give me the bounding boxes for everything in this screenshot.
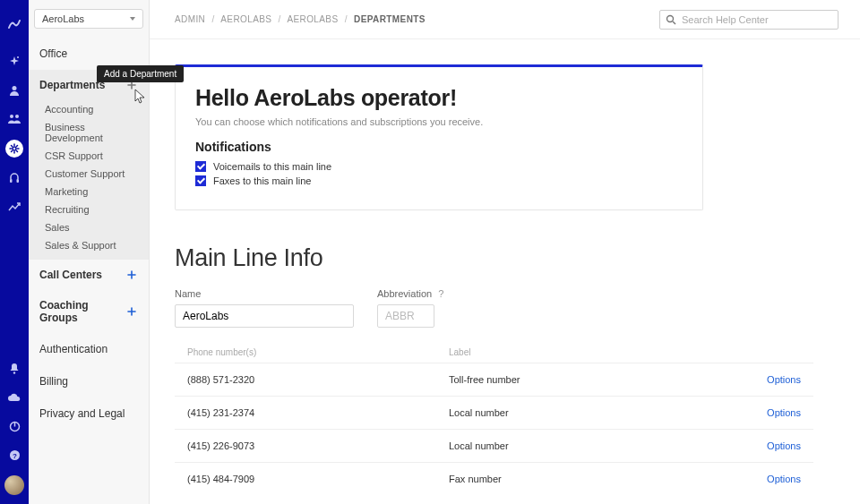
phone-label: Toll-free number	[449, 374, 738, 385]
abbr-label-text: Abbreviation	[377, 288, 432, 299]
phone-row: (888) 571-2320 Toll-free number Options	[175, 363, 813, 396]
abbr-input[interactable]	[377, 304, 434, 328]
bell-icon[interactable]	[6, 361, 22, 377]
sidebar-group-coaching[interactable]: Coaching Groups	[29, 290, 149, 333]
phone-row: (415) 226-9073 Local number Options	[175, 429, 813, 462]
phone-row: (415) 484-7909 Fax number Options	[175, 462, 813, 495]
org-select-value: AeroLabs	[42, 13, 84, 24]
options-link[interactable]: Options	[738, 407, 801, 418]
phone-table-head: Phone number(s) Label	[175, 342, 813, 363]
breadcrumb-sep: /	[279, 14, 281, 24]
sidebar-item-office[interactable]: Office	[29, 38, 149, 70]
svg-line-13	[673, 21, 675, 24]
gear-icon[interactable]	[5, 140, 23, 158]
phone-number: (415) 484-7909	[187, 474, 449, 484]
sidebar-item-billing[interactable]: Billing	[29, 365, 149, 397]
content: Hello AeroLabs operator! You can choose …	[150, 39, 860, 495]
chk-label: Voicemails to this main line	[213, 161, 331, 172]
dept-item[interactable]: Sales & Support	[29, 236, 149, 254]
chk-faxes-input[interactable]	[195, 175, 206, 186]
add-department-button[interactable]	[125, 79, 138, 91]
breadcrumb-seg[interactable]: ADMIN	[175, 14, 205, 24]
chk-voicemails[interactable]: Voicemails to this main line	[195, 161, 683, 172]
breadcrumb-sep: /	[211, 14, 214, 24]
main: ADMIN / AEROLABS / AEROLABS / DEPARTMENT…	[150, 0, 860, 504]
breadcrumb-sep: /	[345, 14, 348, 24]
add-callcenter-button[interactable]	[125, 269, 138, 281]
name-label: Name	[175, 288, 354, 299]
phone-number: (415) 226-9073	[187, 440, 449, 451]
name-field: Name	[175, 288, 354, 328]
avatar[interactable]	[4, 475, 24, 495]
topbar: ADMIN / AEROLABS / AEROLABS / DEPARTMENT…	[150, 0, 860, 39]
svg-point-0	[17, 56, 19, 58]
hero-card: Hello AeroLabs operator! You can choose …	[175, 64, 703, 210]
sidebar-group-departments[interactable]: Departments	[29, 70, 149, 100]
svg-point-12	[667, 15, 674, 21]
sidebar-item-privacy[interactable]: Privacy and Legal	[29, 397, 149, 430]
breadcrumb-seg[interactable]: AEROLABS	[220, 14, 271, 24]
form-row: Name Abbreviation ?	[175, 288, 860, 328]
sidebar-group-callcenters[interactable]: Call Centers	[29, 260, 149, 290]
breadcrumb: ADMIN / AEROLABS / AEROLABS / DEPARTMENT…	[175, 14, 426, 24]
sparkle-icon[interactable]	[6, 54, 22, 70]
abbr-label: Abbreviation ?	[377, 288, 443, 299]
org-select[interactable]: AeroLabs	[34, 9, 143, 29]
hero-title: Hello AeroLabs operator!	[195, 85, 683, 111]
users-icon[interactable]	[6, 111, 22, 127]
svg-point-4	[13, 147, 16, 150]
cloud-icon[interactable]	[6, 389, 22, 406]
sidebar-item-authentication[interactable]: Authentication	[29, 333, 149, 365]
dept-item[interactable]: Accounting	[29, 100, 149, 118]
departments-list: Accounting Business Development CSR Supp…	[29, 100, 149, 260]
dept-item[interactable]: CSR Support	[29, 147, 149, 165]
search-box[interactable]	[659, 10, 838, 30]
chk-faxes[interactable]: Faxes to this main line	[195, 175, 683, 186]
dept-item[interactable]: Marketing	[29, 183, 149, 201]
breadcrumb-seg[interactable]: AEROLABS	[287, 14, 338, 24]
dept-item[interactable]: Sales	[29, 218, 149, 236]
main-line-title: Main Line Info	[175, 244, 860, 272]
phone-number: (415) 231-2374	[187, 407, 449, 418]
options-link[interactable]: Options	[738, 374, 801, 385]
phone-number: (888) 571-2320	[187, 374, 449, 385]
options-link[interactable]: Options	[738, 474, 801, 484]
trend-icon[interactable]	[6, 199, 22, 215]
help-icon[interactable]: ?	[438, 288, 443, 299]
sidebar: AeroLabs Office Departments Accounting B…	[29, 0, 150, 504]
logo-icon[interactable]	[6, 16, 22, 32]
dept-item[interactable]: Business Development	[29, 118, 149, 147]
col-label: Label	[449, 347, 738, 357]
col-phone: Phone number(s)	[187, 347, 449, 357]
phone-label: Local number	[449, 407, 738, 418]
col-options	[738, 347, 801, 357]
dept-item[interactable]: Customer Support	[29, 165, 149, 183]
phone-label: Fax number	[449, 474, 738, 484]
power-icon[interactable]	[6, 418, 22, 434]
svg-point-3	[15, 115, 19, 118]
chevron-down-icon	[130, 17, 135, 21]
breadcrumb-current: DEPARTMENTS	[354, 14, 426, 24]
sidebar-group-label: Departments	[39, 79, 105, 91]
svg-point-1	[13, 86, 17, 90]
sidebar-group-label: Call Centers	[39, 269, 102, 281]
svg-point-2	[10, 115, 13, 118]
dept-item[interactable]: Recruiting	[29, 201, 149, 218]
search-input[interactable]	[682, 14, 832, 25]
options-link[interactable]: Options	[738, 440, 801, 451]
phone-row: (415) 231-2374 Local number Options	[175, 396, 813, 429]
chk-voicemails-input[interactable]	[195, 161, 206, 172]
abbr-field: Abbreviation ?	[377, 288, 443, 328]
svg-point-7	[13, 372, 15, 373]
headset-icon[interactable]	[6, 170, 22, 186]
add-coaching-button[interactable]	[126, 305, 138, 318]
name-input[interactable]	[175, 304, 354, 328]
svg-text:?: ?	[13, 451, 17, 459]
user-icon[interactable]	[6, 82, 22, 98]
search-icon	[666, 14, 676, 25]
icon-rail: ?	[0, 0, 29, 504]
notifications-header: Notifications	[195, 140, 683, 154]
help-icon[interactable]: ?	[6, 447, 22, 463]
sidebar-group-label: Coaching Groups	[39, 299, 126, 324]
phone-label: Local number	[449, 440, 738, 451]
